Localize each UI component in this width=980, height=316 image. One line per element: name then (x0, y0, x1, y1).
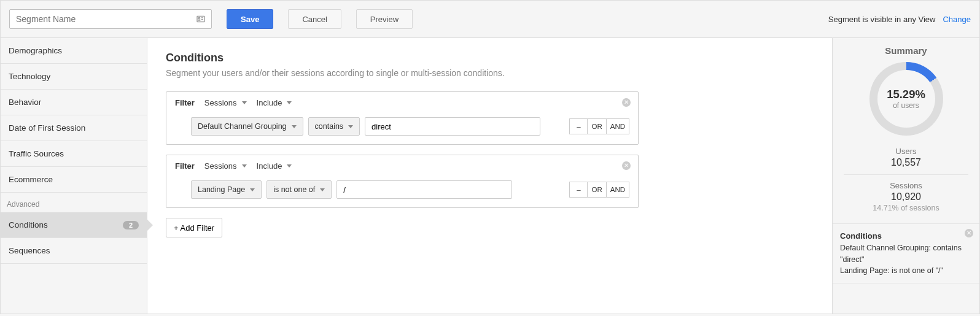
dimension-dropdown[interactable]: Default Channel Grouping (191, 117, 303, 136)
donut-wrap: 15.29% of users (844, 62, 968, 136)
row-controls: – OR AND (569, 118, 629, 134)
remove-row-button[interactable]: – (569, 118, 588, 134)
save-button[interactable]: Save (227, 9, 273, 29)
donut-pct: 15.29% (887, 88, 925, 101)
sidebar-item-traffic-sources[interactable]: Traffic Sources (1, 141, 147, 167)
remove-filter-button[interactable]: ✕ (622, 98, 632, 108)
filter-header: Filter Sessions Include (166, 92, 638, 114)
stat-value: 10,557 (844, 157, 968, 168)
filter-box-2: ✕ Filter Sessions Include Landing Page i… (166, 155, 639, 208)
main: Conditions Segment your users and/or the… (147, 38, 833, 314)
filter-body: Landing Page is not one of – OR AND (166, 177, 638, 207)
filter-label: Filter (175, 161, 195, 171)
remove-row-button[interactable]: – (569, 182, 588, 198)
sidebar-item-label: Conditions (9, 220, 48, 229)
sidebar-item-date-first-session[interactable]: Date of First Session (1, 115, 147, 141)
filter-mode-dropdown[interactable]: Include (257, 98, 292, 107)
chevron-down-icon (242, 164, 247, 168)
remove-summary-cond-button[interactable]: ✕ (965, 229, 974, 239)
add-filter-button[interactable]: + Add Filter (166, 218, 222, 237)
stat-value: 10,920 (844, 191, 968, 202)
page-title: Conditions (166, 52, 814, 64)
filter-header: Filter Sessions Include (166, 155, 638, 177)
filter-value-input[interactable] (365, 117, 540, 136)
and-button[interactable]: AND (607, 118, 629, 134)
summary-cond-heading: Conditions (840, 231, 882, 241)
donut-label: of users (893, 101, 919, 110)
stat-label: Sessions (844, 181, 968, 190)
dimension-dropdown[interactable]: Landing Page (191, 180, 262, 199)
chevron-down-icon (287, 101, 292, 104)
segment-name-input[interactable] (10, 10, 190, 28)
filter-scope-dropdown[interactable]: Sessions (204, 98, 247, 107)
stat-label: Users (844, 147, 968, 156)
stat-sessions: Sessions 10,920 14.71% of sessions (844, 175, 968, 218)
sidebar-item-behavior[interactable]: Behavior (1, 90, 147, 115)
page-subtitle: Segment your users and/or their sessions… (166, 68, 814, 78)
summary-heading: Summary (844, 45, 968, 56)
stat-users: Users 10,557 (844, 141, 968, 175)
chevron-down-icon (242, 101, 247, 104)
filter-label: Filter (175, 98, 195, 107)
chevron-down-icon (292, 125, 297, 128)
segment-icon[interactable] (190, 10, 211, 28)
chevron-down-icon (250, 188, 255, 191)
chevron-down-icon (348, 125, 353, 128)
topbar: Save Cancel Preview Segment is visible i… (0, 0, 980, 38)
close-icon: ✕ (622, 98, 631, 107)
sidebar-heading-advanced: Advanced (1, 193, 147, 212)
sidebar: Demographics Technology Behavior Date of… (0, 38, 147, 314)
operator-dropdown[interactable]: contains (308, 117, 360, 136)
chevron-down-icon (320, 188, 325, 191)
segment-name-wrap (9, 9, 212, 29)
operator-dropdown[interactable]: is not one of (266, 180, 332, 199)
stat-subvalue: 14.71% of sessions (844, 204, 968, 212)
sidebar-item-sequences[interactable]: Sequences (1, 238, 147, 264)
chevron-down-icon (287, 164, 292, 168)
cancel-button[interactable]: Cancel (288, 9, 341, 29)
close-icon: ✕ (622, 161, 631, 170)
and-button[interactable]: AND (607, 182, 629, 198)
filter-scope-dropdown[interactable]: Sessions (204, 161, 247, 171)
sidebar-item-technology[interactable]: Technology (1, 64, 147, 90)
summary-top: Summary 15.29% of users Users 10,557 Ses… (833, 38, 979, 224)
row-controls: – OR AND (569, 182, 629, 198)
conditions-badge: 2 (123, 221, 139, 229)
summary: Summary 15.29% of users Users 10,557 Ses… (833, 38, 980, 314)
sidebar-item-ecommerce[interactable]: Ecommerce (1, 167, 147, 193)
svg-point-1 (198, 17, 200, 19)
filter-box-1: ✕ Filter Sessions Include Default Channe… (166, 91, 639, 145)
layout: Demographics Technology Behavior Date of… (0, 38, 980, 314)
summary-cond-line2: Landing Page: is not one of "/" (840, 266, 943, 275)
summary-cond-line1: Default Channel Grouping: contains "dire… (840, 244, 962, 264)
donut-chart: 15.29% of users (869, 62, 943, 136)
summary-conditions: ✕ Conditions Default Channel Grouping: c… (833, 224, 979, 283)
or-button[interactable]: OR (588, 118, 606, 134)
svg-rect-0 (197, 16, 204, 21)
sidebar-item-conditions[interactable]: Conditions 2 (1, 212, 147, 238)
topbar-left: Save Cancel Preview (9, 9, 413, 29)
sidebar-item-demographics[interactable]: Demographics (1, 38, 147, 64)
filter-value-input[interactable] (336, 180, 512, 199)
change-visibility-link[interactable]: Change (943, 15, 971, 24)
or-button[interactable]: OR (588, 182, 606, 198)
donut-inner: 15.29% of users (877, 70, 935, 128)
filter-body: Default Channel Grouping contains – OR A… (166, 114, 638, 144)
preview-button[interactable]: Preview (356, 9, 413, 29)
close-icon: ✕ (965, 229, 973, 237)
visibility-text: Segment is visible in any View (828, 15, 936, 24)
remove-filter-button[interactable]: ✕ (622, 161, 632, 171)
filter-mode-dropdown[interactable]: Include (257, 161, 292, 171)
topbar-right: Segment is visible in any View Change (828, 15, 971, 24)
